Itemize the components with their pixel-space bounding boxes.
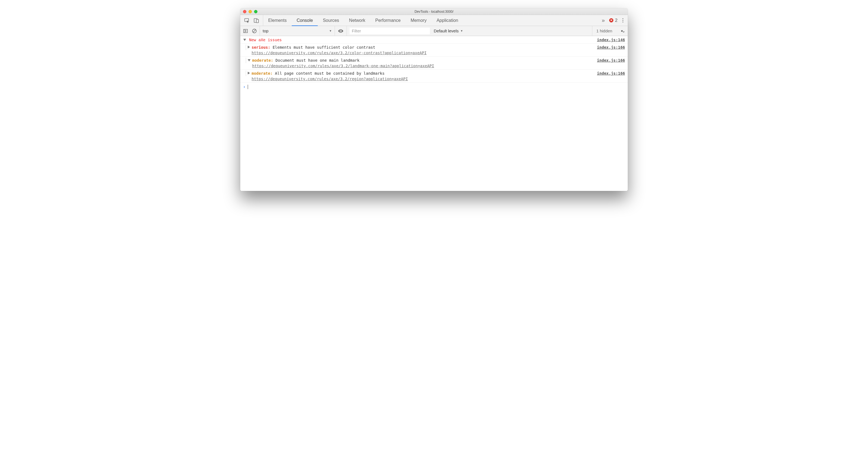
entry-message: Document must have one main landmark <box>275 58 359 63</box>
filter-input[interactable] <box>349 28 430 34</box>
console-entry[interactable]: serious: Elements must have sufficient c… <box>240 44 628 57</box>
tab-label: Performance <box>375 18 401 23</box>
caret-down-icon <box>243 39 246 41</box>
source-link[interactable]: index.js:146 <box>591 37 625 42</box>
entry-url[interactable]: https://dequeuniversity.com/rules/axe/3.… <box>252 76 408 81</box>
zoom-window-button[interactable] <box>254 10 257 13</box>
severity-label: serious: <box>252 45 270 50</box>
svg-line-6 <box>253 30 256 32</box>
tab-application[interactable]: Application <box>432 15 463 26</box>
source-link[interactable]: index.js:166 <box>591 70 625 76</box>
error-icon: ✕ <box>609 18 613 23</box>
tab-memory[interactable]: Memory <box>405 15 432 26</box>
entry-url[interactable]: https://dequeuniversity.com/rules/axe/3.… <box>252 64 434 68</box>
tab-network[interactable]: Network <box>344 15 370 26</box>
console-prompt[interactable]: › <box>240 83 628 91</box>
toggle-sidebar-icon[interactable] <box>243 29 248 33</box>
hidden-label: 1 hidden <box>596 29 612 33</box>
log-levels-selector[interactable]: Default levels ▼ <box>430 29 467 33</box>
window-title: DevTools - localhost:3000/ <box>240 10 628 13</box>
settings-menu-icon[interactable] <box>622 17 624 24</box>
error-count-badge[interactable]: ✕ 2 <box>609 18 618 23</box>
levels-label: Default levels <box>434 29 459 33</box>
titlebar: DevTools - localhost:3000/ <box>240 8 628 15</box>
console-toolbar: top ▼ Default levels ▼ 1 hidden <box>240 26 628 36</box>
devtools-window: DevTools - localhost:3000/ Elements Cons… <box>240 8 628 191</box>
tab-elements[interactable]: Elements <box>263 15 292 26</box>
inspect-element-icon[interactable] <box>244 18 250 23</box>
tab-label: Network <box>349 18 365 23</box>
context-value: top <box>263 29 269 33</box>
source-link[interactable]: index.js:166 <box>591 44 625 50</box>
tab-label: Memory <box>410 18 427 23</box>
tab-label: Application <box>436 18 458 23</box>
console-group-header[interactable]: New aXe issues index.js:146 <box>240 36 628 44</box>
console-entry[interactable]: moderate: Document must have one main la… <box>240 57 628 70</box>
tab-label: Sources <box>323 18 339 23</box>
tab-sources[interactable]: Sources <box>318 15 344 26</box>
tab-console[interactable]: Console <box>292 15 318 26</box>
severity-label: moderate: <box>252 58 273 63</box>
minimize-window-button[interactable] <box>249 10 252 13</box>
tab-label: Elements <box>268 18 287 23</box>
source-link[interactable]: index.js:166 <box>591 58 625 63</box>
console-output: New aXe issues index.js:146 serious: Ele… <box>240 36 628 191</box>
prompt-chevron-icon: › <box>243 84 246 89</box>
tab-label: Console <box>297 18 313 23</box>
caret-right-icon <box>248 72 250 74</box>
svg-rect-2 <box>256 19 258 23</box>
error-count: 2 <box>615 18 618 23</box>
hidden-messages-count[interactable]: 1 hidden <box>592 26 616 36</box>
panel-tabs: Elements Console Sources Network Perform… <box>240 15 628 26</box>
traffic-lights <box>240 10 257 13</box>
close-window-button[interactable] <box>243 10 246 13</box>
tab-list: Elements Console Sources Network Perform… <box>263 15 598 26</box>
more-tabs-icon[interactable]: » <box>602 17 605 24</box>
entry-message: Elements must have sufficient color cont… <box>273 45 375 50</box>
entry-message: All page content must be contained by la… <box>275 71 384 75</box>
entry-url[interactable]: https://dequeuniversity.com/rules/axe/3.… <box>252 51 427 55</box>
clear-console-icon[interactable] <box>252 29 257 33</box>
tab-performance[interactable]: Performance <box>370 15 406 26</box>
group-title: New aXe issues <box>249 37 590 42</box>
prompt-cursor <box>248 85 248 89</box>
device-toolbar-icon[interactable] <box>253 18 259 23</box>
console-settings-icon[interactable] <box>616 29 628 33</box>
live-expression-icon[interactable] <box>338 29 344 33</box>
severity-label: moderate: <box>252 71 273 75</box>
caret-down-icon <box>248 59 250 61</box>
context-selector[interactable]: top ▼ <box>263 29 332 33</box>
chevron-down-icon: ▼ <box>460 29 463 32</box>
console-entry[interactable]: moderate: All page content must be conta… <box>240 70 628 83</box>
caret-right-icon <box>248 46 250 49</box>
chevron-down-icon: ▼ <box>329 29 332 32</box>
